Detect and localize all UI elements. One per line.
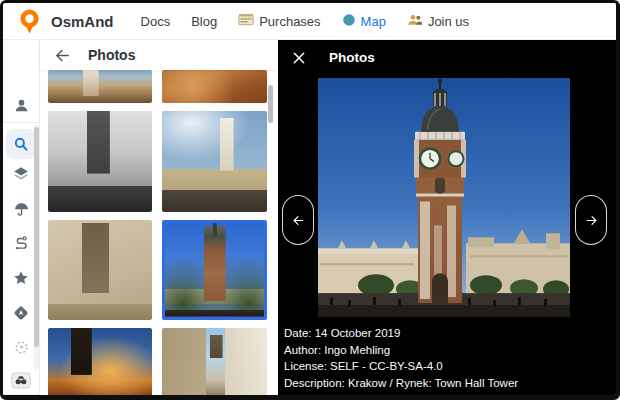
osmand-app-window: OsmAnd Docs Blog Purchases	[0, 0, 620, 400]
track-recorder-icon	[13, 339, 30, 356]
nav-link-blog[interactable]: Blog	[191, 14, 217, 29]
nav-link-join-us[interactable]: Join us	[407, 13, 469, 30]
sidebar-divider	[3, 394, 39, 395]
navigation-icon	[12, 304, 30, 322]
sidebar-divider	[3, 122, 39, 123]
sidebar-item-account[interactable]	[3, 92, 39, 118]
sidebar-item-travel[interactable]	[3, 367, 39, 393]
photo-grid	[40, 40, 278, 395]
close-icon	[292, 51, 306, 65]
previous-photo-button[interactable]	[282, 195, 314, 245]
photo-thumbnail[interactable]	[48, 328, 152, 395]
sidebar-item-menu[interactable]	[3, 396, 39, 400]
nav-link-purchases[interactable]: Purchases	[238, 13, 320, 29]
route-icon	[13, 235, 30, 252]
photo-thumbnail[interactable]	[48, 70, 152, 103]
main-photo	[318, 78, 570, 317]
account-icon	[13, 97, 30, 114]
layers-icon	[12, 165, 30, 183]
photo-thumbnail[interactable]	[162, 70, 267, 103]
photo-description: Description: Krakow / Rynek: Town Hall T…	[284, 375, 518, 392]
photo-thumbnail[interactable]	[162, 220, 267, 320]
favorites-icon	[12, 269, 30, 287]
close-button[interactable]	[292, 51, 306, 65]
arrow-left-icon	[291, 214, 306, 227]
photo-metadata: Date: 14 October 2019 Author: Ingo Mehli…	[284, 325, 518, 391]
left-icon-sidebar: Menu	[3, 40, 40, 395]
top-navbar: OsmAnd Docs Blog Purchases	[3, 3, 616, 40]
join-us-icon	[407, 13, 423, 30]
photos-list-panel: Photos	[40, 40, 278, 395]
sidebar-scrollbar[interactable]	[34, 124, 39, 370]
search-icon	[12, 135, 30, 153]
globe-icon	[342, 13, 356, 30]
photo-grid-scrollbar-thumb[interactable]	[268, 85, 273, 123]
sidebar-scrollbar-thumb[interactable]	[34, 127, 39, 347]
nav-link-docs[interactable]: Docs	[141, 14, 171, 29]
back-arrow-icon	[54, 47, 71, 64]
viewer-title: Photos	[329, 50, 375, 65]
photo-date: Date: 14 October 2019	[284, 325, 518, 342]
photo-thumbnail[interactable]	[48, 220, 152, 320]
next-photo-button[interactable]	[575, 195, 607, 245]
travel-icon	[11, 372, 31, 389]
purchases-icon	[238, 13, 254, 29]
photo-thumbnail[interactable]	[48, 111, 152, 212]
photo-author: Author: Ingo Mehling	[284, 342, 518, 359]
viewer-header: Photos	[292, 50, 375, 65]
arrow-right-icon	[584, 214, 599, 227]
photos-panel-header: Photos	[40, 40, 278, 70]
photo-thumbnail[interactable]	[162, 328, 267, 395]
photos-panel-title: Photos	[88, 47, 135, 63]
photo-viewer-panel: Photos	[278, 40, 616, 395]
brand-name[interactable]: OsmAnd	[51, 13, 114, 30]
back-button[interactable]	[54, 47, 71, 64]
osmand-logo-icon[interactable]	[18, 8, 41, 35]
nav-link-map[interactable]: Map	[342, 13, 386, 30]
weather-icon	[13, 201, 30, 218]
photo-license: License: SELF - CC-BY-SA-4.0	[284, 358, 518, 375]
photo-thumbnail[interactable]	[162, 111, 267, 212]
